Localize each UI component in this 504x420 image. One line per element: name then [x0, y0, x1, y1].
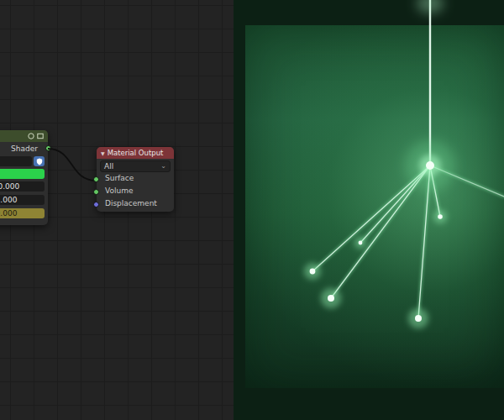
volume-label: Volume — [105, 186, 133, 195]
emission-color-swatch[interactable] — [0, 169, 45, 179]
material-output-node[interactable]: ▼ Material Output All ⌄ Surface Volume D… — [97, 147, 174, 212]
displacement-label: Displacement — [105, 199, 157, 207]
chevron-down-icon: ⌄ — [160, 163, 166, 170]
image-icon — [37, 133, 44, 139]
fake-user-shield-toggle[interactable] — [34, 156, 45, 166]
material-output-title: Material Output — [108, 149, 164, 157]
surface-input-row: Surface — [97, 174, 174, 185]
material-output-header[interactable]: ▼ Material Output — [97, 147, 174, 159]
collapse-triangle-icon[interactable]: ▼ — [101, 150, 105, 156]
target-row: All ⌄ — [97, 160, 174, 172]
name-row: am — [0, 155, 48, 167]
shader-node-partial[interactable]: Shader am 10.000 2.000 — [0, 130, 48, 225]
shield-icon — [36, 158, 43, 165]
volume-socket[interactable] — [93, 189, 99, 195]
value-field-1[interactable]: 10.000 — [0, 181, 45, 192]
shader-output-label: Shader — [11, 144, 38, 153]
value-field-3-animated[interactable]: 0.000 — [0, 208, 45, 218]
convergence-glow — [405, 140, 455, 191]
name-field[interactable]: am — [0, 156, 32, 166]
displacement-input-row: Displacement — [97, 199, 174, 210]
sphere-icon — [28, 133, 34, 139]
node-link-noodle[interactable] — [48, 149, 96, 181]
render-viewport[interactable] — [234, 0, 504, 420]
shader-node-editor[interactable]: Shader am 10.000 2.000 — [0, 0, 234, 420]
surface-socket[interactable] — [93, 176, 99, 182]
volume-input-row: Volume — [97, 186, 174, 197]
light-rays — [312, 165, 504, 318]
target-dropdown[interactable]: All ⌄ — [100, 160, 171, 172]
surface-label: Surface — [105, 174, 134, 182]
displacement-socket[interactable] — [93, 202, 99, 207]
shader-node-header[interactable] — [0, 130, 48, 142]
blender-window: Shader am 10.000 2.000 — [0, 0, 504, 420]
value-field-2[interactable]: 2.000 — [0, 195, 45, 205]
shader-output-socket[interactable] — [45, 145, 51, 151]
light-beams-layer — [234, 0, 504, 420]
shader-output-row: Shader — [0, 143, 48, 154]
